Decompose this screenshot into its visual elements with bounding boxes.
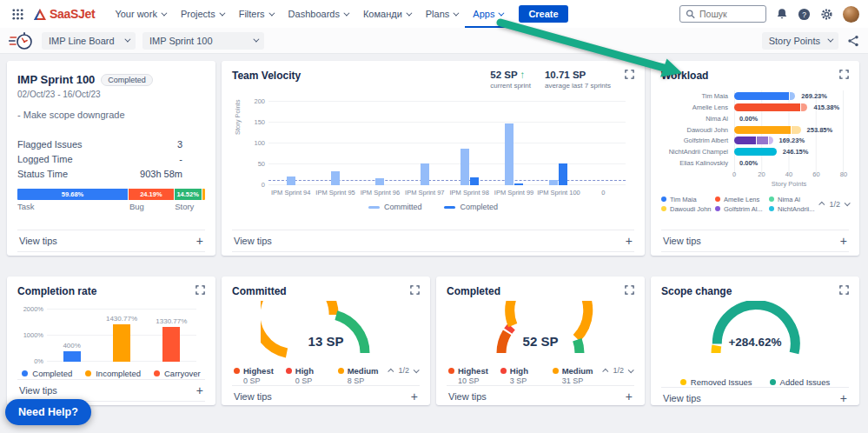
user-avatar[interactable] xyxy=(843,6,859,23)
card-title: Completion rate xyxy=(17,285,96,297)
nav-item-plans[interactable]: Plans xyxy=(418,0,466,28)
legend-item-carryover[interactable]: Carryover xyxy=(154,369,201,378)
nav-item-dashboards[interactable]: Dashboards xyxy=(281,0,355,28)
nav-item-filters[interactable]: Filters xyxy=(231,0,281,28)
legend-item-medium[interactable]: Medium8 SP xyxy=(338,366,390,385)
workload-bar-segment[interactable] xyxy=(734,148,777,156)
expand-icon[interactable] xyxy=(410,285,420,295)
workload-bar-segment[interactable] xyxy=(792,126,801,134)
plus-icon[interactable]: + xyxy=(840,394,847,403)
legend-item[interactable]: Added Issues xyxy=(770,377,831,387)
workload-bar-segment[interactable] xyxy=(790,92,795,100)
plus-icon[interactable]: + xyxy=(626,392,633,401)
workload-legend: Tim MaiaAmelie LensNima AlDawoudi JohnGo… xyxy=(661,196,819,213)
legend-item[interactable]: Nima Al xyxy=(769,196,819,203)
chevron-up-icon[interactable] xyxy=(603,368,609,374)
legend-item[interactable]: Tim Maia xyxy=(661,196,712,203)
legend-item[interactable]: NichtAndrii... xyxy=(769,205,819,213)
chevron-up-icon[interactable] xyxy=(819,202,825,208)
velocity-bar-committed[interactable] xyxy=(461,149,469,185)
create-button[interactable]: Create xyxy=(519,5,567,23)
workload-bar-segment[interactable] xyxy=(801,103,808,111)
view-tips-row[interactable]: View tips + xyxy=(447,385,634,405)
completion-bar-incompleted[interactable] xyxy=(113,324,130,362)
legend-item-incompleted[interactable]: Incompleted xyxy=(85,369,141,378)
legend-item-completed[interactable]: Completed xyxy=(444,203,498,211)
workload-bar-segment[interactable] xyxy=(734,92,789,100)
expand-icon[interactable] xyxy=(625,70,634,79)
legend-item-completed[interactable]: Completed xyxy=(22,369,72,378)
plus-icon[interactable]: + xyxy=(196,386,203,395)
help-icon[interactable]: ? xyxy=(798,8,811,21)
issue-segment-bug[interactable]: 24.19% xyxy=(129,189,174,200)
legend-item[interactable]: Removed Issues xyxy=(680,377,752,387)
legend-item-highest[interactable]: Highest0 SP xyxy=(234,366,286,385)
plus-icon[interactable]: + xyxy=(840,236,847,245)
velocity-bar-completed[interactable] xyxy=(470,177,479,185)
legend-item-medium[interactable]: Medium31 SP xyxy=(553,366,605,385)
legend-item[interactable]: Amelie Lens xyxy=(715,196,765,203)
velocity-bar-committed[interactable] xyxy=(421,163,429,185)
gauge-segment[interactable] xyxy=(508,327,512,331)
gauge-segment[interactable] xyxy=(510,301,588,338)
issue-segment-other[interactable] xyxy=(202,189,205,200)
chevron-down-icon[interactable] xyxy=(414,367,420,373)
velocity-bar-committed[interactable] xyxy=(375,178,384,185)
app-switcher-icon[interactable] xyxy=(9,9,27,20)
view-tips-row[interactable]: View tips + xyxy=(232,385,420,405)
velocity-bar-completed[interactable] xyxy=(514,183,523,185)
legend-item-highest[interactable]: Highest10 SP xyxy=(448,366,500,385)
need-help-button[interactable]: Need Help? xyxy=(5,399,91,425)
view-tips-row[interactable]: View tips + xyxy=(661,387,849,405)
issue-segment-story[interactable]: 14.52% xyxy=(175,189,202,200)
nav-item-apps[interactable]: Apps xyxy=(465,0,510,28)
chevron-down-icon[interactable] xyxy=(845,201,851,207)
chevron-down-icon[interactable] xyxy=(628,367,634,373)
nav-item-команди[interactable]: Команди xyxy=(355,0,418,28)
expand-icon[interactable] xyxy=(625,285,634,295)
legend-item-high[interactable]: High3 SP xyxy=(500,366,553,385)
velocity-bar-committed[interactable] xyxy=(331,171,340,185)
velocity-bar-committed[interactable] xyxy=(549,180,558,185)
completion-bar-carryover[interactable] xyxy=(162,327,180,362)
expand-icon[interactable] xyxy=(839,70,849,79)
plus-icon[interactable]: + xyxy=(626,236,633,245)
view-tips-row[interactable]: View tips + xyxy=(232,230,634,252)
sprint-selector-dropdown[interactable]: IMP Sprint 100 xyxy=(142,32,264,50)
plus-icon[interactable]: + xyxy=(196,236,203,245)
velocity-bar-committed[interactable] xyxy=(505,123,514,185)
view-tips-row[interactable]: View tips + xyxy=(661,230,849,252)
nav-item-your-work[interactable]: Your work xyxy=(107,0,173,28)
completion-bar-completed[interactable] xyxy=(63,351,81,362)
issue-segment-task[interactable]: 59.68% xyxy=(17,189,128,200)
expand-icon[interactable] xyxy=(195,285,205,295)
search-input[interactable] xyxy=(699,9,760,19)
expand-icon[interactable] xyxy=(839,285,849,295)
chevron-down-icon xyxy=(343,10,349,16)
search-box[interactable] xyxy=(679,5,766,23)
workload-bar-segment[interactable] xyxy=(734,126,791,134)
unit-selector-dropdown[interactable]: Story Points xyxy=(762,32,838,50)
completion-rate-card: Completion rate 0%1000%2000%400%1430.77%… xyxy=(7,276,215,405)
legend-item-committed[interactable]: Committed xyxy=(368,203,422,211)
share-icon[interactable] xyxy=(847,35,859,47)
velocity-bar-committed[interactable] xyxy=(287,177,295,185)
scope-legend: Removed IssuesAdded Issues xyxy=(661,377,849,387)
workload-bar-segment[interactable] xyxy=(734,103,800,111)
view-tips-row[interactable]: View tips + xyxy=(17,230,205,252)
legend-item[interactable]: Dawoudi John xyxy=(661,205,712,213)
board-selector-dropdown[interactable]: IMP Line Board xyxy=(42,32,136,50)
saasjet-logo[interactable]: SaaSJet xyxy=(34,7,95,21)
nav-item-projects[interactable]: Projects xyxy=(173,0,231,28)
legend-label: Tim Maia xyxy=(670,196,697,203)
legend-item[interactable]: Golfstrim Al... xyxy=(715,205,765,213)
plus-icon[interactable]: + xyxy=(411,392,418,401)
workload-bar-segment[interactable] xyxy=(734,137,756,144)
workload-bar-segment[interactable] xyxy=(769,137,773,144)
notifications-bell-icon[interactable] xyxy=(776,8,788,20)
settings-gear-icon[interactable] xyxy=(820,8,833,21)
workload-bar-segment[interactable] xyxy=(757,137,768,144)
chevron-up-icon[interactable] xyxy=(388,368,394,374)
velocity-bar-completed[interactable] xyxy=(559,163,567,185)
legend-item-high[interactable]: High0 SP xyxy=(286,366,338,385)
